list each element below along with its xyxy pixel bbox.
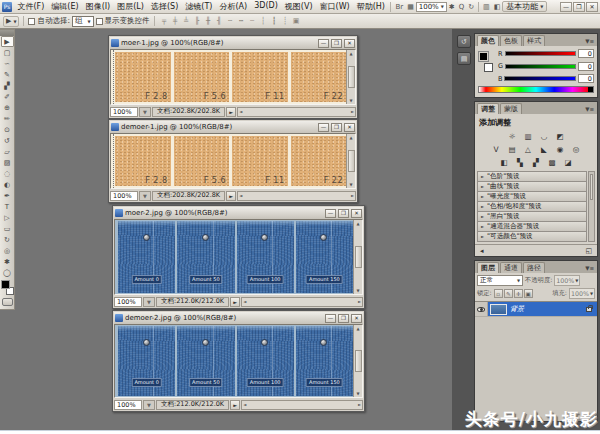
scrollbar-thumb[interactable] — [355, 246, 362, 268]
minimize-button[interactable]: — — [560, 2, 572, 12]
red-slider[interactable] — [505, 51, 576, 56]
scroll-right-icon[interactable]: ► — [351, 193, 354, 198]
zoom-level-dropdown[interactable]: 100%▼ — [416, 2, 447, 12]
align-bottom-icon[interactable]: ╧ — [181, 16, 192, 27]
close-button[interactable]: ✕ — [351, 314, 362, 323]
menu-item[interactable]: 选择(S) — [147, 1, 181, 12]
background-color-swatch[interactable] — [484, 63, 493, 72]
title-bar[interactable]: moer-1.jpg @ 100%(RGB/8#) — ❐ ✕ — [110, 37, 356, 49]
return-to-list-icon[interactable]: ◂ — [480, 247, 484, 255]
vibrance-icon[interactable]: V — [490, 144, 503, 155]
close-button[interactable]: ✕ — [351, 209, 362, 218]
canvas[interactable]: Amount 0 Amount 50 Amount 100 Am — [115, 325, 353, 397]
scroll-right-icon[interactable]: ► — [358, 299, 361, 304]
info-panel-icon[interactable]: ▤ — [457, 52, 471, 65]
horizontal-scrollbar[interactable]: ◄► — [237, 107, 356, 117]
workspace-switcher[interactable]: 基本功能▼ — [502, 1, 547, 12]
expand-arrow-icon[interactable]: ► — [481, 204, 484, 209]
distribute-left-icon[interactable]: ┆ — [258, 16, 269, 27]
lock-pixels-icon[interactable]: ✎ — [504, 289, 513, 298]
menu-item[interactable]: 编辑(E) — [48, 1, 82, 12]
invert-icon[interactable]: ◧ — [498, 157, 511, 168]
tab-masks[interactable]: 蒙版 — [500, 103, 522, 114]
selective-color-icon[interactable]: ◪ — [562, 157, 575, 168]
zoom-percentage-field[interactable]: 100% — [110, 107, 138, 117]
panel-menu-icon[interactable]: ▼≡ — [585, 263, 595, 273]
align-v-center-icon[interactable]: ╪ — [170, 16, 181, 27]
expand-arrow-icon[interactable]: ► — [481, 184, 484, 189]
layer-row-background[interactable]: 背景 — [475, 302, 597, 317]
tab-adjustments[interactable]: 调整 — [477, 103, 499, 114]
red-value-field[interactable]: 0 — [578, 49, 594, 58]
move-tool[interactable]: ▶ — [1, 36, 14, 47]
scrollbar-thumb[interactable] — [348, 66, 355, 88]
scrollbar-thumb[interactable] — [355, 350, 362, 372]
gradient-map-icon[interactable]: ▩ — [546, 157, 559, 168]
align-top-icon[interactable]: ╤ — [159, 16, 170, 27]
zoom-percentage-field[interactable]: 100% — [110, 191, 138, 201]
rectangular-marquee-tool[interactable]: ▢ — [1, 47, 14, 58]
distribute-top-icon[interactable]: ┄ — [225, 16, 236, 27]
lock-all-icon[interactable]: ▣ — [524, 289, 533, 298]
arrange-documents-icon[interactable]: ▥ — [481, 3, 492, 11]
status-menu-button[interactable]: ► — [230, 297, 240, 307]
distribute-v-center-icon[interactable]: ┅ — [236, 16, 247, 27]
screen-mode-icon[interactable]: ◧ — [492, 3, 503, 11]
clone-stamp-tool[interactable]: ⊙ — [1, 124, 14, 135]
tab-paths[interactable]: 路径 — [523, 262, 545, 273]
foreground-color-swatch[interactable] — [1, 280, 10, 289]
eraser-tool[interactable]: ▱ — [1, 146, 14, 157]
levels-icon[interactable]: ▥ — [522, 131, 535, 142]
title-bar[interactable]: demoer-2.jpg @ 100%(RGB/8#) — ❐ ✕ — [114, 312, 363, 324]
3d-rotate-tool[interactable]: ↻ — [1, 234, 14, 245]
canvas[interactable]: Amount 0 Amount 50 Amount 100 Am — [115, 220, 353, 294]
expand-arrow-icon[interactable]: ► — [481, 234, 484, 239]
vertical-scrollbar[interactable]: ▲ ▼ — [353, 220, 362, 294]
path-selection-tool[interactable]: ▷ — [1, 212, 14, 223]
minimize-button[interactable]: — — [318, 39, 329, 48]
status-flyout-icon[interactable]: ▼ — [143, 400, 155, 410]
gradient-tool[interactable]: ▨ — [1, 157, 14, 168]
photo-filter-icon[interactable]: ◉ — [554, 144, 567, 155]
scroll-up-icon[interactable]: ▲ — [349, 135, 352, 140]
spot-healing-brush-tool[interactable]: ⊕ — [1, 102, 14, 113]
type-tool[interactable]: T — [1, 201, 14, 212]
scroll-left-icon[interactable]: ◄ — [239, 109, 242, 114]
preset-group-row[interactable]: ► "可选颜色"预设 — [477, 231, 587, 242]
posterize-icon[interactable]: ▚ — [514, 157, 527, 168]
tab-layers[interactable]: 图层 — [477, 262, 499, 273]
green-slider[interactable] — [505, 64, 576, 69]
vertical-scrollbar[interactable]: ▲ ▼ — [346, 50, 355, 104]
expanded-view-icon[interactable]: ◱ — [585, 247, 592, 255]
restore-button[interactable]: ❐ — [331, 123, 342, 132]
horizontal-scrollbar[interactable]: ◄► — [241, 297, 363, 307]
title-bar[interactable]: demoer-1.jpg @ 100%(RGB/8#) — ❐ ✕ — [110, 121, 356, 133]
tab-color[interactable]: 颜色 — [477, 35, 499, 46]
menu-item[interactable]: 图层(L) — [114, 1, 148, 12]
rotate-view-icon[interactable]: ↻ — [466, 3, 476, 11]
minimize-button[interactable]: — — [318, 123, 329, 132]
color-balance-icon[interactable]: △ — [522, 144, 535, 155]
title-bar[interactable]: moer-2.jpg @ 100%(RGB/8#) — ❐ ✕ — [114, 207, 363, 219]
menu-item[interactable]: 分析(A) — [216, 1, 251, 12]
expand-arrow-icon[interactable]: ► — [481, 174, 484, 179]
blue-value-field[interactable]: 0 — [578, 74, 594, 83]
3d-orbit-tool[interactable]: ◎ — [1, 245, 14, 256]
history-brush-tool[interactable]: ↺ — [1, 135, 14, 146]
align-right-icon[interactable]: ╢ — [214, 16, 225, 27]
distribute-right-icon[interactable]: ┊ — [280, 16, 291, 27]
zoom-tool-icon[interactable]: Q — [457, 3, 467, 11]
restore-button[interactable]: ❐ — [331, 39, 342, 48]
restore-button[interactable]: ❐ — [338, 209, 349, 218]
eyedropper-tool[interactable]: ✐ — [1, 91, 14, 102]
horizontal-scrollbar[interactable]: ◄► — [241, 400, 363, 410]
fill-field[interactable]: 100%▼ — [569, 288, 595, 299]
canvas[interactable]: F 2.8 F 5.6 F 11 F 22 — [111, 50, 346, 104]
menu-item[interactable]: 视图(V) — [281, 1, 316, 12]
scroll-left-icon[interactable]: ◄ — [243, 299, 246, 304]
restore-button[interactable]: ❐ — [573, 2, 585, 12]
scroll-left-icon[interactable]: ◄ — [243, 402, 246, 407]
vertical-scrollbar[interactable]: ▲ ▼ — [346, 134, 355, 188]
canvas[interactable]: F 2.8 F 5.6 F 11 F 22 — [111, 134, 346, 188]
close-button[interactable]: ✕ — [344, 39, 355, 48]
